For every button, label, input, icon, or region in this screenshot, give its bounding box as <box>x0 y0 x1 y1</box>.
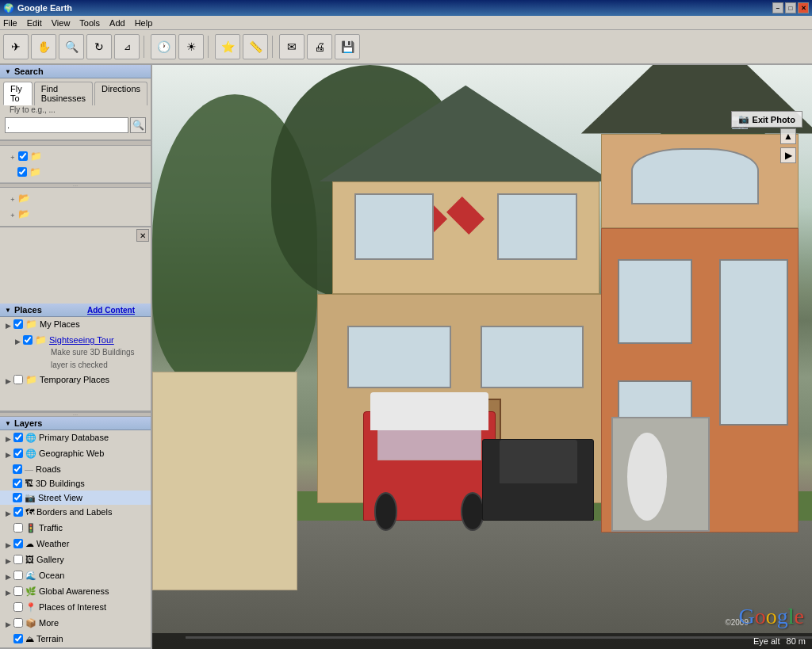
nav-right-button[interactable]: ▶ <box>780 147 796 163</box>
menu-view[interactable]: View <box>52 18 71 28</box>
temp-expander: ▶ <box>3 375 13 387</box>
places-close-button[interactable]: ✕ <box>136 229 149 242</box>
layer-poi[interactable]: ▶ 📍 Places of Interest <box>0 600 151 616</box>
folder-expand1: + <box>8 193 17 206</box>
tilt-btn[interactable]: ⊿ <box>114 34 140 59</box>
menu-edit[interactable]: Edit <box>27 18 42 28</box>
layer-3d-buildings[interactable]: 🏗 3D Buildings <box>0 476 151 491</box>
layer-traffic-cb[interactable] <box>13 523 23 533</box>
fly-to-btn[interactable]: ✈ <box>3 34 29 59</box>
folder-row2[interactable]: + 📂 <box>5 207 146 223</box>
window1 <box>347 326 450 387</box>
nav-up-button[interactable]: ▲ <box>780 128 796 144</box>
layer-geo-web[interactable]: ▶ 🌐 Geographic Web <box>0 446 151 462</box>
menu-tools[interactable]: Tools <box>79 18 100 28</box>
layer-poi-cb[interactable] <box>13 602 23 612</box>
layers-items-section: ▶ 🌐 Primary Database ▶ 🌐 Geographic Web … <box>0 430 151 649</box>
layer-weather-cb[interactable] <box>13 539 23 548</box>
clock-btn[interactable]: 🕐 <box>151 34 176 59</box>
layer-ga-label: Global Awareness <box>39 585 109 597</box>
sightseeing-label[interactable]: Sightseeing Tour <box>49 335 114 345</box>
layer-ocean-cb[interactable] <box>13 571 23 580</box>
diamond2 <box>446 197 485 235</box>
layer-ocean[interactable]: ▶ 🌊 Ocean <box>0 568 151 584</box>
flowering-tree <box>627 433 667 521</box>
sightseeing-expander: ▶ <box>13 335 22 348</box>
email-btn[interactable]: ✉ <box>279 34 304 59</box>
layer-ga-cb[interactable] <box>13 586 23 596</box>
layer-traffic-icon: 🚦 <box>25 521 36 534</box>
fly-to-label: Fly to e.g., ... <box>5 105 151 114</box>
search-tabs: Fly To Find Businesses Directions <box>0 78 151 105</box>
exit-photo-button[interactable]: 📷 Exit Photo <box>731 111 802 128</box>
layer-roads-cb[interactable] <box>13 464 22 474</box>
menu-help[interactable]: Help <box>135 18 153 28</box>
add-content-button[interactable]: Add Content <box>87 306 135 315</box>
maximize-button[interactable]: □ <box>785 2 796 13</box>
titlebar: 🌍 Google Earth − □ ✕ <box>0 0 812 16</box>
star-btn[interactable]: ⭐ <box>215 34 240 59</box>
layer-roads-label: Roads <box>36 463 61 475</box>
zoom-in-btn[interactable]: 🔍 <box>59 34 84 59</box>
search-go-button[interactable]: 🔍 <box>130 117 146 133</box>
places-section-header[interactable]: ▼ Places Add Content <box>0 304 151 317</box>
places-section-container: ▼ Places Add Content <box>0 304 151 317</box>
search-header[interactable]: ▼ Search <box>0 65 151 78</box>
tab-fly-to[interactable]: Fly To <box>3 82 33 105</box>
layer-roads[interactable]: — Roads <box>0 462 151 476</box>
layer-weather-label: Weather <box>36 537 69 550</box>
hand-btn[interactable]: ✋ <box>31 34 56 59</box>
layer-more[interactable]: ▶ 📦 More <box>0 616 151 632</box>
search-input[interactable] <box>5 117 128 133</box>
close-button[interactable]: ✕ <box>798 2 809 13</box>
layer-gallery[interactable]: ▶ 🖼 Gallery <box>0 552 151 568</box>
minimize-button[interactable]: − <box>772 2 783 13</box>
layer-primary-database[interactable]: ▶ 🌐 Primary Database <box>0 430 151 446</box>
arch-window <box>631 148 759 204</box>
sunlight-btn[interactable]: ☀ <box>178 34 204 59</box>
layer-more-cb[interactable] <box>13 618 23 628</box>
ruler-btn[interactable]: 📏 <box>243 34 268 59</box>
folder-expand2: + <box>8 209 17 222</box>
save-btn[interactable]: 💾 <box>335 34 360 59</box>
dark-car <box>482 439 594 521</box>
layer-poi-icon: 📍 <box>25 601 36 613</box>
sightseeing-tour-item[interactable]: ▶ 📁 Sightseeing Tour Make sure 3D Buildi… <box>0 333 151 372</box>
layer-geo-cb[interactable] <box>13 449 23 458</box>
folder-icon1: 📁 <box>30 150 42 162</box>
layer-ga-icon: 🌿 <box>25 585 36 597</box>
folder-row1[interactable]: + 📂 <box>5 191 146 207</box>
places-cb1[interactable] <box>18 151 28 161</box>
tab-directions[interactable]: Directions <box>94 82 147 105</box>
layer-primary-icon: 🌐 <box>25 431 36 444</box>
places-cb-row2[interactable]: 📁 <box>5 165 146 179</box>
temporary-places-item[interactable]: ▶ 📁 Temporary Places <box>0 372 151 388</box>
layer-gallery-cb[interactable] <box>13 555 23 564</box>
layer-poi-label: Places of Interest <box>39 601 106 613</box>
layer-terrain-cb[interactable] <box>13 634 23 643</box>
print-btn[interactable]: 🖨 <box>307 34 332 59</box>
layer-weather[interactable]: ▶ ☁ Weather <box>0 536 151 552</box>
menu-add[interactable]: Add <box>109 18 125 28</box>
sightseeing-checkbox[interactable] <box>23 335 33 345</box>
app-title: Google Earth <box>17 3 72 13</box>
layer-sv-cb[interactable] <box>13 493 22 502</box>
my-places-item[interactable]: ▶ 📁 My Places <box>0 317 151 333</box>
my-places-checkbox[interactable] <box>13 319 23 329</box>
places-cb2[interactable] <box>17 167 27 177</box>
places-cb-row1[interactable]: + 📁 <box>5 149 146 165</box>
temp-places-checkbox[interactable] <box>13 375 23 384</box>
layer-primary-cb[interactable] <box>13 433 23 442</box>
tab-find-businesses[interactable]: Find Businesses <box>34 82 93 105</box>
layer-borders-cb[interactable] <box>13 507 23 517</box>
rotate-btn[interactable]: ↻ <box>86 34 112 59</box>
layer-weather-expander: ▶ <box>3 539 13 552</box>
menu-file[interactable]: File <box>3 18 17 28</box>
layer-3d-cb[interactable] <box>13 479 22 488</box>
layer-traffic[interactable]: ▶ 🚦 Traffic <box>0 521 151 536</box>
layer-street-view[interactable]: 📷 Street View <box>0 491 151 505</box>
layer-terrain[interactable]: ▶ ⛰ Terrain <box>0 632 151 647</box>
layer-borders[interactable]: ▶ 🗺 Borders and Labels <box>0 505 151 521</box>
layer-global-awareness[interactable]: ▶ 🌿 Global Awareness <box>0 584 151 600</box>
layers-section-header[interactable]: ▼ Layers <box>0 417 151 430</box>
